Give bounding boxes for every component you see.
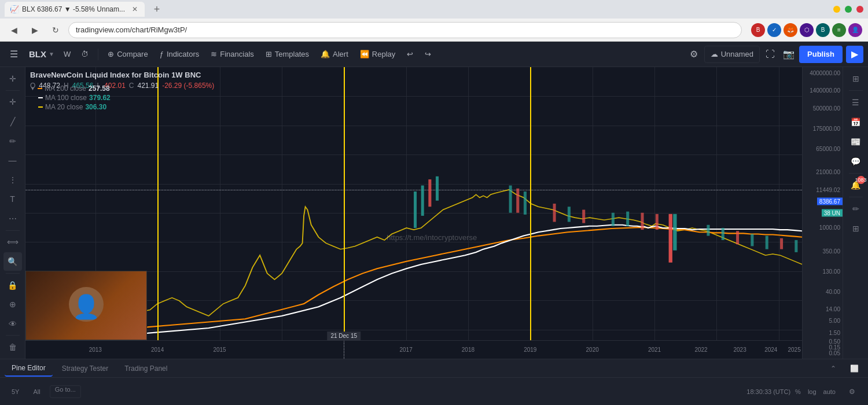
time-2022: 2022 (694, 347, 707, 353)
rt-layout-btn[interactable]: ⊞ (847, 69, 865, 88)
cursor-tool[interactable]: ✛ (3, 69, 22, 88)
replay-btn[interactable]: ⏪ Replay (355, 46, 400, 63)
new-tab-btn[interactable]: + (149, 2, 164, 17)
bottom-settings-btn[interactable]: ⚙ (843, 382, 861, 401)
financials-btn[interactable]: ≋ Financials (206, 46, 259, 63)
price-350: 350.00 (822, 248, 840, 254)
svg-rect-10 (509, 186, 512, 213)
indicators-label: Indicators (167, 50, 199, 58)
ext-icon-2[interactable]: ✓ (767, 23, 781, 37)
rt-chat-btn[interactable]: 💬 (847, 152, 865, 171)
draw-tool[interactable]: ✏ (3, 132, 22, 150)
tab-close-btn[interactable]: ✕ (131, 5, 139, 13)
ma200-arrow: ▼ (30, 86, 35, 91)
publish-btn[interactable]: Publish (799, 46, 843, 63)
price-4000000: 4000000.00 (810, 70, 840, 76)
tab-strategy-tester[interactable]: Strategy Tester (55, 360, 115, 377)
time-2014: 2014 (151, 347, 164, 353)
browser-tab[interactable]: 📈 BLX 6386.67 ▼ -5.58% Unnam... ✕ (5, 2, 145, 17)
time-2021: 2021 (648, 347, 661, 353)
rt-grid-btn[interactable]: ⊞ (847, 219, 865, 238)
video-person: 👤 (69, 287, 104, 325)
text-tool[interactable]: T (3, 190, 22, 208)
indicators-btn[interactable]: ƒ Indicators (155, 46, 204, 63)
rt-news-btn[interactable]: 📰 (847, 132, 865, 151)
ma20-val: 306.30 (85, 103, 106, 111)
magnet-tool[interactable]: ⊕ (3, 295, 22, 314)
refresh-btn[interactable]: ↻ (47, 22, 64, 38)
price-0-05: 0.05 (829, 349, 840, 356)
auto-btn[interactable]: auto (821, 388, 838, 396)
ext-icon-3[interactable]: 🦊 (784, 23, 797, 37)
minimize-btn[interactable] (833, 6, 840, 13)
yellow-vline-1 (157, 67, 159, 340)
symbol-selector[interactable]: BLX ▼ (25, 49, 58, 59)
rt-watchlist-btn[interactable]: ☰ (847, 93, 865, 112)
price-11449: 11449.02 (816, 186, 840, 193)
price-5: 5.00 (829, 318, 840, 324)
play-btn[interactable]: ▶ (846, 46, 863, 63)
price-175000: 175000.00 (813, 125, 840, 131)
time-2019: 2019 (524, 347, 536, 353)
ma200-line: ▼ MA 200 close 257.58 (30, 84, 111, 93)
5y-btn[interactable]: 5Y (7, 385, 24, 398)
bottom-expand-btn[interactable]: ⬜ (845, 359, 863, 378)
eye-tool[interactable]: 👁 (3, 315, 22, 333)
crosshair-tool[interactable]: ✛ (3, 93, 22, 112)
close-btn[interactable] (856, 6, 863, 13)
ext-icon-4[interactable]: ⬡ (800, 23, 814, 37)
svg-rect-7 (421, 186, 424, 216)
ma200-dot (38, 88, 42, 89)
templates-btn[interactable]: ⊞ Templates (261, 46, 314, 63)
tab-trading-panel[interactable]: Trading Panel (117, 360, 174, 377)
ma100-val: 379.62 (89, 94, 111, 102)
ext-icon-6[interactable]: ≡ (832, 23, 846, 37)
goto-btn[interactable]: Go to... (50, 385, 81, 398)
ext-icon-1[interactable]: B (751, 23, 765, 37)
compare-btn[interactable]: ⊕ Compare (103, 46, 152, 63)
forward-btn[interactable]: ▶ (27, 22, 43, 38)
menu-btn[interactable]: ☰ (5, 45, 23, 64)
svg-rect-21 (673, 214, 676, 251)
alert-btn[interactable]: 🔔 Alert (316, 46, 353, 63)
maximize-btn[interactable] (845, 6, 852, 13)
unnamed-label: Unnamed (721, 50, 753, 58)
profile-icon[interactable]: 👤 (848, 23, 862, 37)
ext-icon-5[interactable]: B (816, 23, 830, 37)
fib-tool[interactable]: ⋮ (3, 171, 22, 189)
ma20-label: MA 20 close (45, 103, 83, 111)
redo-btn[interactable]: ↪ (420, 46, 436, 63)
all-btn[interactable]: All (28, 385, 45, 398)
delete-tool[interactable]: 🗑 (3, 338, 22, 356)
financials-icon: ≋ (211, 50, 217, 58)
address-bar[interactable]: tradingview.com/chart/RiMgw3tP/ (68, 22, 742, 38)
publish-label: Publish (807, 50, 834, 58)
ma100-dot (38, 97, 43, 98)
rt-draw-btn[interactable]: ✏ (847, 200, 865, 218)
rt-calendar-btn[interactable]: 📅 (847, 113, 865, 131)
bottom-collapse-btn[interactable]: ⌃ (824, 359, 843, 378)
bottom-timestamp: 18:30:33 (UTC) (746, 388, 790, 395)
period-selector[interactable]: ⏱ (76, 46, 93, 63)
chart-settings-btn[interactable]: ⚙ (686, 46, 702, 62)
measure-tool[interactable]: ⟺ (3, 233, 22, 252)
back-btn[interactable]: ◀ (6, 22, 22, 38)
chart-area[interactable]: BraveNewCoin Liquid Index for Bitcoin 1W… (25, 67, 802, 359)
lock-tool[interactable]: 🔒 (3, 276, 22, 294)
undo-btn[interactable]: ↩ (402, 46, 418, 63)
tab-pine-editor[interactable]: Pine Editor (5, 360, 53, 377)
price-highlight-8386: 8386.67 (817, 197, 843, 205)
time-2023: 2023 (734, 347, 746, 353)
log-btn[interactable]: log (806, 388, 819, 396)
snapshot-btn[interactable]: 📷 (781, 46, 797, 62)
fullscreen-btn[interactable]: ⛶ (762, 46, 778, 62)
svg-rect-28 (795, 240, 797, 252)
pct-symbol: % (795, 388, 801, 395)
nav-separator-1 (98, 49, 98, 60)
horizontal-line-tool[interactable]: — (3, 151, 22, 170)
timeframe-btn[interactable]: W (60, 47, 74, 61)
unnamed-btn[interactable]: ☁ Unnamed (704, 46, 760, 63)
trend-line-tool[interactable]: ╱ (3, 112, 22, 131)
pattern-tool[interactable]: ⋯ (3, 209, 22, 228)
zoom-tool[interactable]: 🔍 (3, 252, 22, 271)
